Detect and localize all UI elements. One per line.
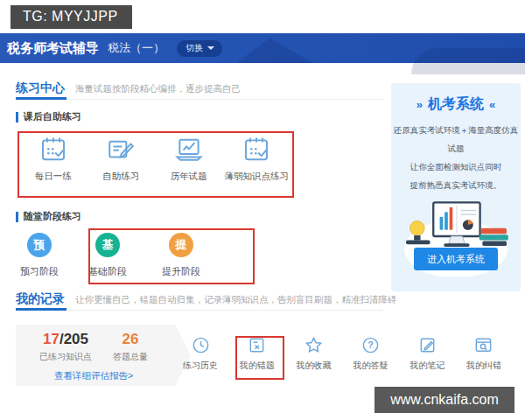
daily-practice-label: 每日一练 bbox=[19, 171, 88, 183]
app-title: 税务师考试辅导 bbox=[7, 40, 99, 57]
past-exams-label: 历年试题 bbox=[155, 171, 223, 183]
header-decoration bbox=[411, 48, 525, 74]
preview-stage-badge: 预 bbox=[27, 233, 52, 257]
self-practice-label-text: 课后自助练习 bbox=[24, 110, 81, 123]
weak-points-practice-item[interactable]: 薄弱知识点练习 bbox=[223, 135, 291, 183]
note-pencil-icon bbox=[417, 335, 438, 355]
search-doc-icon bbox=[473, 335, 494, 355]
records-actions-row: 练习历史 我的错题 我的收藏 ? 我的答疑 bbox=[175, 335, 509, 372]
view-report-link[interactable]: 查看详细评估报告> bbox=[16, 370, 172, 382]
practice-center-subtitle: 海量试题按阶段精心编排，逐步提高自己 bbox=[75, 83, 241, 95]
improve-stage-label: 提升阶段 bbox=[150, 265, 212, 278]
enter-exam-system-button[interactable]: 进入机考系统 bbox=[414, 248, 498, 270]
exam-desc-line: 让你全面检测知识点同时 bbox=[391, 158, 521, 176]
current-subject: 税法（一） bbox=[108, 40, 164, 56]
title-decoration-right: « bbox=[489, 98, 495, 111]
my-favorites-button[interactable]: 我的收藏 bbox=[289, 335, 340, 372]
doc-x-icon bbox=[247, 335, 267, 355]
title-underline bbox=[16, 308, 66, 311]
answered-total-stat: 26 答题总量 bbox=[113, 331, 148, 363]
clock-icon bbox=[191, 335, 211, 355]
section-bar bbox=[16, 112, 18, 122]
my-notes-button[interactable]: 我的笔记 bbox=[402, 335, 452, 372]
practiced-points-stat: 17/205 已练习知识点 bbox=[39, 331, 92, 363]
divider bbox=[16, 310, 383, 311]
exam-system-title: »机考系统« bbox=[391, 95, 521, 114]
self-study-practice-item[interactable]: 自助练习 bbox=[88, 135, 156, 183]
answered-total-value: 26 bbox=[122, 331, 139, 347]
past-exams-item[interactable]: 历年试题 bbox=[155, 135, 223, 183]
self-practice-row: 每日一练 自助练习 历年试题 bbox=[19, 135, 290, 183]
self-study-practice-label: 自助练习 bbox=[88, 171, 156, 183]
laptop-chart-icon bbox=[174, 135, 204, 164]
switch-subject-button[interactable]: 切换 bbox=[177, 40, 222, 57]
my-wrong-questions-label: 我的错题 bbox=[232, 360, 283, 372]
my-notes-label: 我的笔记 bbox=[402, 360, 452, 372]
stats-panel: 17/205 已练习知识点 26 答题总量 查看详细评估报告> bbox=[16, 325, 191, 386]
title-decoration-left: » bbox=[416, 98, 423, 111]
header-decoration bbox=[236, 38, 313, 63]
my-records-title: 我的记录 bbox=[16, 291, 65, 307]
my-records-subtitle: 让你更懂自己，错题自动归集，记录薄弱知识点，告别盲目刷题，精准扫清障碍 bbox=[75, 294, 397, 306]
my-favorites-label: 我的收藏 bbox=[289, 360, 340, 372]
basic-stage-label: 基础阶段 bbox=[77, 265, 138, 278]
my-questions-label: 我的答疑 bbox=[345, 360, 396, 372]
switch-label: 切换 bbox=[186, 42, 203, 54]
practiced-points-label: 已练习知识点 bbox=[39, 351, 92, 363]
weak-points-practice-label: 薄弱知识点练习 bbox=[223, 171, 291, 183]
my-questions-button[interactable]: ? 我的答疑 bbox=[345, 335, 396, 372]
my-records-header: 我的记录 让你更懂自己，错题自动归集，记录薄弱知识点，告别盲目刷题，精准扫清障碍 bbox=[16, 291, 397, 307]
improve-stage-item[interactable]: 提 提升阶段 bbox=[150, 233, 212, 278]
stage-practice-section-label: 随堂阶段练习 bbox=[16, 210, 81, 223]
chevron-down-icon bbox=[207, 46, 214, 50]
practice-center-header: 练习中心 海量试题按阶段精心编排，逐步提高自己 bbox=[16, 80, 241, 96]
my-wrong-questions-button[interactable]: 我的错题 bbox=[232, 335, 283, 372]
exam-system-description: 还原真实考试环境＋海量高度仿真试题 让你全面检测知识点同时 提前熟悉真实考试环境… bbox=[391, 121, 521, 194]
title-underline bbox=[16, 97, 66, 100]
exam-system-panel: »机考系统« 还原真实考试环境＋海量高度仿真试题 让你全面检测知识点同时 提前熟… bbox=[391, 83, 521, 291]
preview-stage-item[interactable]: 预 预习阶段 bbox=[9, 233, 70, 278]
answered-total-label: 答题总量 bbox=[113, 351, 148, 363]
page: TG: MYYJJPP 税务师考试辅导 税法（一） 切换 练习中心 海量试题按阶… bbox=[0, 0, 525, 420]
divider bbox=[16, 99, 383, 100]
practice-history-label: 练习历史 bbox=[175, 360, 226, 372]
preview-stage-label: 预习阶段 bbox=[9, 265, 70, 278]
exam-desc-line: 还原真实考试环境＋海量高度仿真试题 bbox=[391, 121, 521, 158]
exam-system-title-text: 机考系统 bbox=[428, 96, 484, 111]
watermark-top-badge: TG: MYYJJPP bbox=[10, 5, 132, 29]
improve-stage-badge: 提 bbox=[169, 233, 193, 257]
practiced-points-value: 17 bbox=[43, 331, 60, 347]
practice-center-title: 练习中心 bbox=[16, 80, 65, 96]
my-corrections-label: 我的纠错 bbox=[458, 360, 509, 372]
my-corrections-button[interactable]: 我的纠错 bbox=[458, 335, 509, 372]
basic-stage-item[interactable]: 基 基础阶段 bbox=[77, 233, 138, 278]
doc-pencil-icon bbox=[106, 135, 136, 164]
exam-desc-line: 提前熟悉真实考试环境。 bbox=[391, 176, 521, 194]
watermark-bottom-badge: www.cnkaifa.com bbox=[374, 387, 514, 413]
calendar-check-icon bbox=[242, 135, 271, 164]
calendar-check-icon bbox=[38, 135, 68, 164]
svg-text:?: ? bbox=[368, 340, 373, 350]
daily-practice-item[interactable]: 每日一练 bbox=[19, 135, 88, 183]
star-icon bbox=[304, 335, 324, 355]
question-icon: ? bbox=[360, 335, 381, 355]
self-practice-section-label: 课后自助练习 bbox=[16, 110, 81, 123]
practice-history-button[interactable]: 练习历史 bbox=[175, 335, 226, 372]
stage-practice-label-text: 随堂阶段练习 bbox=[24, 210, 81, 223]
section-bar bbox=[16, 212, 18, 222]
practiced-points-total: /205 bbox=[60, 331, 88, 347]
basic-stage-badge: 基 bbox=[95, 233, 120, 257]
